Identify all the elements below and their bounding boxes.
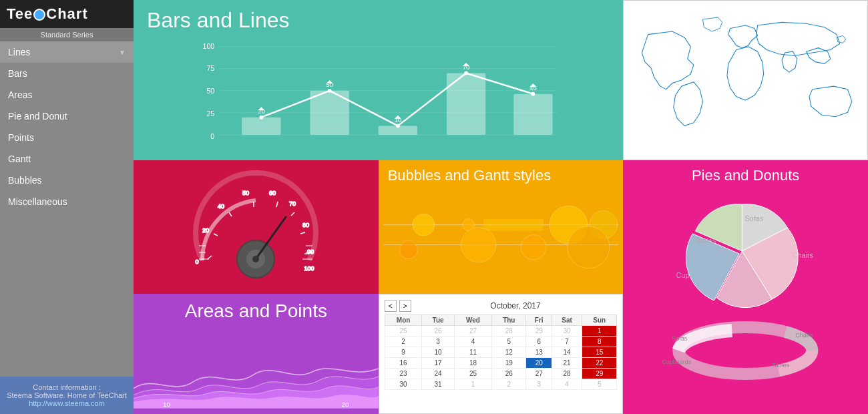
calendar-day[interactable]: 5	[492, 337, 526, 347]
gauge-svg: 0 20 40 50 60 70 80 90 100	[182, 160, 329, 294]
contact-url[interactable]: http://www.steema.com	[29, 399, 105, 407]
svg-text:10: 10	[163, 401, 171, 408]
calendar-day[interactable]: 14	[552, 347, 582, 358]
sidebar-item-pie-donut[interactable]: Pie and Donut	[0, 106, 134, 127]
sidebar-item-areas[interactable]: Areas	[0, 84, 134, 106]
calendar-day[interactable]: 13	[526, 347, 552, 358]
calendar-day[interactable]: 24	[422, 369, 454, 379]
svg-text:Cupboards: Cupboards	[676, 271, 712, 279]
calendar-day[interactable]: 23	[385, 369, 422, 379]
calendar-day[interactable]: 3	[422, 337, 454, 347]
standard-series-label: Standard Series	[0, 28, 134, 41]
sidebar-item-label: Lines	[8, 47, 30, 57]
sidebar-item-bubbles[interactable]: Bubbles	[0, 170, 134, 191]
bubbles-svg	[379, 188, 624, 284]
calendar-prev-button[interactable]: <	[385, 300, 397, 312]
calendar-day[interactable]: 5	[582, 379, 617, 390]
svg-text:60: 60	[269, 190, 276, 196]
calendar-day[interactable]: 18	[454, 358, 492, 369]
bars-lines-chart: 100 75 50 25 0 20 50 10	[134, 37, 623, 160]
svg-point-64	[399, 241, 417, 259]
panel-gauge: 0 20 40 50 60 70 80 90 100	[134, 160, 379, 294]
sidebar-item-label: Miscellaneous	[8, 196, 67, 207]
sidebar-item-miscellaneous[interactable]: Miscellaneous	[0, 191, 134, 212]
svg-text:Sofas: Sofas	[672, 335, 688, 342]
svg-text:Chairs: Chairs	[793, 251, 814, 259]
calendar-day[interactable]: 9	[385, 347, 422, 358]
sidebar-item-lines[interactable]: Lines ▼	[0, 41, 134, 63]
svg-text:Tables: Tables	[773, 362, 791, 369]
cal-header-wed: Wed	[454, 315, 492, 326]
svg-text:Tables: Tables	[695, 236, 716, 244]
svg-text:0: 0	[210, 132, 214, 140]
svg-point-26	[328, 89, 332, 93]
cal-header-fri: Fri	[526, 315, 552, 326]
calendar-day[interactable]: 21	[552, 358, 582, 369]
calendar-grid: Mon Tue Wed Thu Fri Sat Sun 252627282930…	[385, 315, 618, 390]
calendar-day[interactable]: 16	[385, 358, 422, 369]
chevron-down-icon: ▼	[119, 49, 126, 56]
calendar-day[interactable]: 26	[492, 369, 526, 379]
svg-text:0: 0	[196, 258, 199, 265]
logo: TeeChart	[0, 0, 134, 28]
calendar-day[interactable]: 29	[526, 326, 552, 337]
sidebar-item-gantt[interactable]: Gantt	[0, 148, 134, 170]
svg-text:40: 40	[218, 203, 224, 210]
calendar-day[interactable]: 25	[454, 369, 492, 379]
calendar-header: < > October, 2017	[385, 300, 618, 312]
svg-line-41	[229, 212, 232, 216]
calendar-day[interactable]: 4	[454, 337, 492, 347]
svg-text:20: 20	[202, 227, 209, 234]
svg-point-27	[396, 124, 400, 128]
sidebar-item-label: Pie and Donut	[8, 111, 67, 122]
calendar-day[interactable]: 15	[582, 347, 617, 358]
sidebar-item-bars[interactable]: Bars	[0, 63, 134, 84]
sidebar-item-label: Gantt	[8, 154, 31, 164]
calendar-day[interactable]: 22	[582, 358, 617, 369]
calendar-day[interactable]: 2	[385, 337, 422, 347]
calendar-day[interactable]: 29	[582, 369, 617, 379]
svg-point-29	[531, 92, 535, 96]
calendar-day[interactable]: 31	[422, 379, 454, 390]
calendar-day[interactable]: 17	[422, 358, 454, 369]
calendar-day[interactable]: 30	[385, 379, 422, 390]
sidebar: TeeChart Standard Series Lines ▼ Bars Ar…	[0, 0, 134, 414]
calendar-day[interactable]: 25	[385, 326, 422, 337]
calendar-day[interactable]: 10	[422, 347, 454, 358]
panel-map	[623, 0, 868, 160]
calendar-day[interactable]: 8	[582, 337, 617, 347]
calendar-next-button[interactable]: >	[399, 300, 411, 312]
calendar-day[interactable]: 27	[454, 326, 492, 337]
calendar-day[interactable]: 4	[552, 379, 582, 390]
calendar-day[interactable]: 26	[422, 326, 454, 337]
calendar-day[interactable]: 11	[454, 347, 492, 358]
bubbles-title: Bubbles and Gantt styles	[379, 160, 624, 184]
svg-text:100: 100	[202, 42, 214, 50]
sidebar-item-points[interactable]: Points	[0, 127, 134, 148]
panel-bubbles: Bubbles and Gantt styles	[379, 160, 624, 294]
calendar-day[interactable]: 1	[454, 379, 492, 390]
calendar-day[interactable]: 27	[526, 369, 552, 379]
calendar-day[interactable]: 6	[526, 337, 552, 347]
calendar-day[interactable]: 12	[492, 347, 526, 358]
cal-header-sun: Sun	[582, 315, 617, 326]
svg-line-40	[214, 234, 218, 236]
calendar-day[interactable]: 7	[552, 337, 582, 347]
calendar-day[interactable]: 19	[492, 358, 526, 369]
calendar-day[interactable]: 3	[526, 379, 552, 390]
svg-text:100: 100	[304, 265, 314, 272]
calendar-day[interactable]: 28	[492, 326, 526, 337]
svg-text:75: 75	[206, 64, 214, 72]
donut-3d-svg: Sofas Chairs Cupboards Tables	[623, 314, 868, 381]
svg-point-28	[464, 71, 468, 75]
svg-rect-61	[483, 219, 544, 231]
svg-rect-19	[447, 73, 485, 136]
panel-bars-lines: Bars and Lines 100 75 50 25 0 20 50	[134, 0, 623, 160]
panel-pies: Pies and Donuts Sofas Chairs Cupboards T…	[623, 160, 868, 414]
calendar-day[interactable]: 20	[526, 358, 552, 369]
calendar-day[interactable]: 1	[582, 326, 617, 337]
calendar-day[interactable]: 2	[492, 379, 526, 390]
calendar-day[interactable]: 30	[552, 326, 582, 337]
svg-point-50	[252, 256, 259, 262]
calendar-day[interactable]: 28	[552, 369, 582, 379]
